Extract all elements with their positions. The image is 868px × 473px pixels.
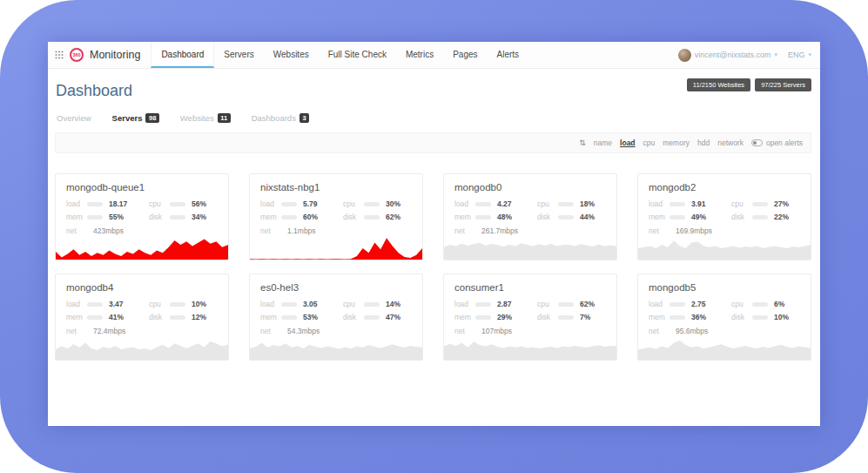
load-metric: load 3.91 bbox=[649, 199, 717, 208]
language-menu[interactable]: ENG ▾ bbox=[788, 51, 811, 59]
cpu-value: 30% bbox=[386, 199, 412, 208]
cpu-bar bbox=[558, 302, 574, 307]
server-name: mongodb-queue1 bbox=[56, 174, 228, 193]
page-content: Dashboard 11/2150 Websites 97/225 Server… bbox=[48, 69, 820, 361]
sort-by-network[interactable]: network bbox=[717, 139, 744, 147]
cpu-value: 62% bbox=[580, 300, 606, 308]
subtab-servers[interactable]: Servers 98 bbox=[112, 113, 159, 123]
mem-bar bbox=[87, 315, 103, 320]
metric-label: disk bbox=[149, 213, 170, 221]
metric-label: disk bbox=[731, 313, 752, 321]
mem-metric: mem 41% bbox=[66, 313, 135, 321]
network-sparkline-chart bbox=[250, 237, 422, 260]
mem-value: 48% bbox=[497, 213, 523, 221]
sort-by-name[interactable]: name bbox=[594, 139, 612, 147]
subtab-overview[interactable]: Overview bbox=[57, 113, 91, 123]
app-grid-icon[interactable] bbox=[55, 51, 64, 59]
cpu-bar bbox=[752, 202, 768, 206]
disk-bar bbox=[170, 215, 185, 220]
disk-value: 10% bbox=[774, 313, 800, 321]
toggle-icon bbox=[751, 139, 763, 146]
server-card[interactable]: mongodb-queue1 load 18.17 cpu 56% mem 55… bbox=[55, 173, 229, 260]
server-card[interactable]: mongodb2 load 3.91 cpu 27% mem 49% disk … bbox=[637, 173, 811, 260]
server-card[interactable]: mongodb0 load 4.27 cpu 18% mem 48% disk … bbox=[443, 173, 617, 260]
cpu-value: 18% bbox=[580, 199, 606, 208]
nav-tab-alerts[interactable]: Alerts bbox=[488, 42, 529, 68]
nav-tab-metrics[interactable]: Metrics bbox=[396, 42, 443, 68]
top-nav: 360 Monitoring Dashboard Servers Website… bbox=[48, 42, 820, 69]
load-metric: load 2.87 bbox=[454, 300, 523, 308]
server-card[interactable]: mongodb4 load 3.47 cpu 10% mem 41% disk … bbox=[55, 274, 229, 361]
metric-label: net bbox=[260, 327, 281, 335]
metrics: load 5.79 cpu 30% mem 60% disk 62% bbox=[250, 193, 422, 221]
open-alerts-label: open alerts bbox=[766, 139, 803, 147]
server-name: nixstats-nbg1 bbox=[250, 174, 422, 193]
subtab-websites[interactable]: Websites 11 bbox=[180, 113, 231, 123]
metric-label: load bbox=[66, 300, 87, 308]
logo-360-icon: 360 bbox=[70, 48, 84, 62]
nav-tab-dashboard[interactable]: Dashboard bbox=[151, 42, 214, 68]
nav-tab-full-site-check[interactable]: Full Site Check bbox=[319, 42, 396, 68]
net-value: 261.7mbps bbox=[481, 226, 518, 235]
network-sparkline-chart bbox=[56, 337, 228, 360]
metric-label: load bbox=[454, 300, 475, 308]
metric-label: cpu bbox=[537, 199, 558, 208]
server-name: mongodb4 bbox=[56, 274, 228, 293]
sort-by-memory[interactable]: memory bbox=[663, 139, 690, 147]
metric-label: cpu bbox=[731, 300, 752, 308]
cpu-value: 10% bbox=[192, 300, 218, 308]
disk-metric: disk 10% bbox=[731, 313, 800, 321]
header-badges: 11/2150 Websites 97/225 Servers bbox=[687, 78, 811, 91]
load-bar bbox=[281, 302, 297, 307]
metric-label: mem bbox=[649, 313, 670, 321]
metric-label: cpu bbox=[731, 199, 752, 208]
page-title: Dashboard bbox=[56, 82, 132, 100]
cpu-metric: cpu 14% bbox=[343, 300, 412, 308]
metric-label: disk bbox=[343, 313, 364, 321]
mem-bar bbox=[281, 215, 297, 220]
metric-label: disk bbox=[537, 213, 558, 221]
server-card[interactable]: es0-hel3 load 3.05 cpu 14% mem 53% disk … bbox=[249, 274, 423, 361]
net-value: 54.3mbps bbox=[287, 327, 320, 335]
nav-tab-websites[interactable]: Websites bbox=[264, 42, 319, 68]
sort-bar: ⇅ name load cpu memory hdd network open … bbox=[55, 132, 811, 153]
mem-bar bbox=[670, 315, 685, 320]
metric-label: mem bbox=[66, 313, 87, 321]
disk-metric: disk 22% bbox=[731, 213, 800, 221]
load-value: 4.27 bbox=[497, 199, 523, 208]
nav-tab-servers[interactable]: Servers bbox=[214, 42, 263, 68]
metric-label: mem bbox=[66, 213, 87, 221]
metric-label: net bbox=[260, 226, 281, 235]
network-sparkline-chart bbox=[638, 337, 811, 360]
server-card[interactable]: mongodb5 load 2.75 cpu 6% mem 36% disk 1… bbox=[637, 274, 811, 361]
subtab-dashboards[interactable]: Dashboards 3 bbox=[252, 113, 309, 123]
server-card[interactable]: nixstats-nbg1 load 5.79 cpu 30% mem 60% … bbox=[249, 173, 423, 260]
mem-value: 53% bbox=[303, 313, 329, 321]
network-sparkline-chart bbox=[444, 337, 616, 360]
metric-label: net bbox=[66, 226, 87, 235]
metric-label: cpu bbox=[149, 300, 170, 308]
caret-down-icon: ▾ bbox=[808, 51, 811, 58]
metric-label: mem bbox=[454, 213, 475, 221]
metric-label: net bbox=[649, 327, 670, 335]
mem-metric: mem 53% bbox=[260, 313, 329, 321]
disk-metric: disk 34% bbox=[149, 213, 218, 221]
mem-value: 55% bbox=[109, 213, 135, 221]
sort-by-load[interactable]: load bbox=[620, 139, 635, 147]
user-menu[interactable]: vincent@nixstats.com ▾ bbox=[678, 49, 777, 62]
metric-label: load bbox=[649, 300, 670, 308]
cpu-metric: cpu 30% bbox=[343, 199, 412, 208]
load-metric: load 18.17 bbox=[66, 199, 135, 208]
open-alerts-toggle[interactable]: open alerts bbox=[751, 139, 803, 147]
cpu-metric: cpu 18% bbox=[537, 199, 606, 208]
network-sparkline-chart bbox=[250, 337, 422, 360]
server-card[interactable]: consumer1 load 2.87 cpu 62% mem 29% disk… bbox=[443, 274, 617, 361]
disk-bar bbox=[558, 215, 574, 220]
cpu-metric: cpu 27% bbox=[731, 199, 800, 208]
nav-tab-pages[interactable]: Pages bbox=[443, 42, 487, 68]
net-value: 1.1mbps bbox=[287, 226, 316, 235]
net-metric: net 1.1mbps bbox=[250, 221, 422, 235]
server-name: mongodb5 bbox=[638, 274, 811, 293]
sort-by-cpu[interactable]: cpu bbox=[643, 139, 656, 147]
sort-by-hdd[interactable]: hdd bbox=[697, 139, 710, 147]
